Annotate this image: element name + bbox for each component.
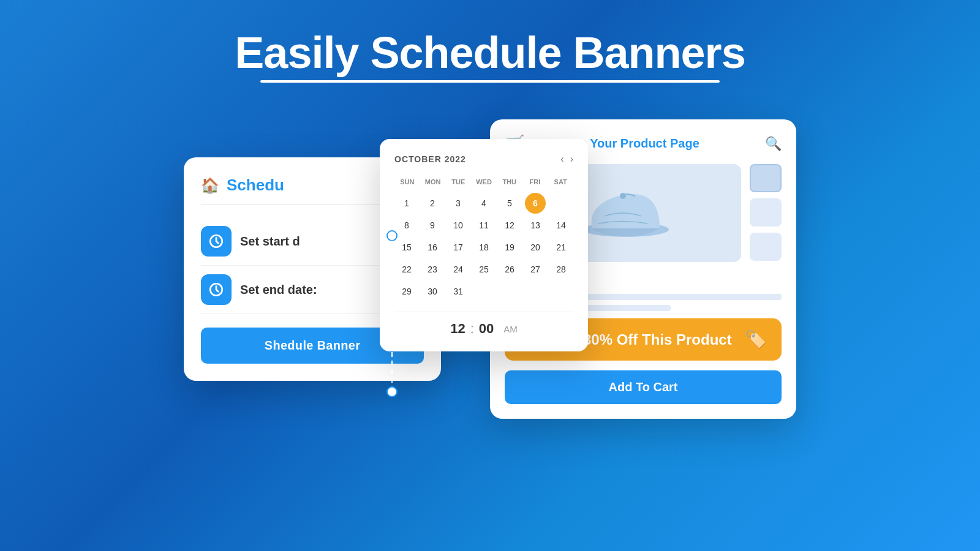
cal-day-22[interactable]: 22 — [396, 259, 417, 280]
day-wed: WED — [471, 176, 497, 188]
cal-day-29[interactable]: 29 — [396, 281, 417, 302]
calendar-header: OCTOBER 2022 ‹ › — [394, 154, 573, 165]
cal-day-17[interactable]: 17 — [448, 237, 469, 258]
cal-day-9[interactable]: 9 — [422, 215, 443, 236]
calendar-days-header: SUN MON TUE WED THU FRI SAT — [394, 176, 573, 188]
home-icon: 🏠 — [201, 177, 219, 194]
cal-day-8[interactable]: 8 — [396, 215, 417, 236]
add-to-cart-button[interactable]: Add To Cart — [505, 370, 782, 404]
next-month-button[interactable]: › — [570, 154, 573, 165]
cal-day-31[interactable]: 31 — [448, 281, 469, 302]
thumbnail-2[interactable] — [750, 198, 782, 227]
product-page-title: Your Product Page — [590, 137, 699, 151]
cal-day-10[interactable]: 10 — [448, 215, 469, 236]
scheduler-panel: 🏠 Schedu Set start d Set end date: ∨ — [184, 157, 441, 381]
main-content: 🏠 Schedu Set start d Set end date: ∨ — [0, 119, 980, 419]
end-clock-icon-box — [201, 274, 232, 305]
cal-day-12[interactable]: 12 — [499, 215, 520, 236]
cal-day-1[interactable]: 1 — [396, 193, 417, 214]
cal-day-28[interactable]: 28 — [551, 259, 571, 280]
cal-day-11[interactable]: 11 — [473, 215, 494, 236]
cal-day-2[interactable]: 2 — [422, 193, 443, 214]
cal-day-18[interactable]: 18 — [473, 237, 494, 258]
svg-point-6 — [620, 193, 626, 199]
start-clock-icon-box — [201, 226, 232, 257]
calendar-time: 12 : 00 AM — [394, 312, 573, 337]
cal-day-30[interactable]: 30 — [422, 281, 443, 302]
scheduler-title: Schedu — [227, 176, 284, 195]
calendar-popup: OCTOBER 2022 ‹ › SUN MON TUE WED THU FRI… — [380, 139, 588, 351]
cal-day-21[interactable]: 21 — [551, 237, 571, 258]
calendar-month: OCTOBER 2022 — [394, 154, 466, 164]
day-mon: MON — [420, 176, 446, 188]
prev-month-button[interactable]: ‹ — [560, 154, 564, 165]
day-sat: SAT — [548, 176, 573, 188]
day-thu: THU — [497, 176, 522, 188]
cal-day-26[interactable]: 26 — [499, 259, 520, 280]
cal-day-24[interactable]: 24 — [448, 259, 469, 280]
cal-day-3[interactable]: 3 — [448, 193, 469, 214]
cal-day-27[interactable]: 27 — [525, 259, 546, 280]
cal-day-19[interactable]: 19 — [499, 237, 520, 258]
calendar-grid: SUN MON TUE WED THU FRI SAT 1 2 3 4 5 6 — [394, 176, 573, 302]
cal-day-6[interactable]: 6 — [525, 193, 546, 214]
time-separator: : — [470, 321, 474, 337]
cal-day-16[interactable]: 16 — [422, 237, 443, 258]
cal-day-20[interactable]: 20 — [525, 237, 546, 258]
cal-day-15[interactable]: 15 — [396, 237, 417, 258]
cal-day-4[interactable]: 4 — [473, 193, 494, 214]
product-thumbnails — [750, 164, 782, 262]
cal-day-13[interactable]: 13 — [525, 215, 546, 236]
page-title: Easily Schedule Banners — [235, 28, 745, 83]
search-icon[interactable]: 🔍 — [765, 136, 782, 152]
thumbnail-3[interactable] — [750, 233, 782, 261]
time-period[interactable]: AM — [503, 324, 518, 334]
day-tue: TUE — [445, 176, 471, 188]
cal-day-25[interactable]: 25 — [473, 259, 494, 280]
time-minutes[interactable]: 00 — [479, 321, 494, 337]
thumbnail-1[interactable] — [750, 164, 782, 192]
calendar-nav[interactable]: ‹ › — [560, 154, 573, 165]
day-sun: SUN — [394, 176, 420, 188]
cal-day-14[interactable]: 14 — [551, 215, 571, 236]
cal-day-23[interactable]: 23 — [422, 259, 443, 280]
calendar-days: 1 2 3 4 5 6 8 9 10 11 12 13 14 15 — [394, 193, 573, 302]
time-hours[interactable]: 12 — [450, 321, 465, 337]
svg-point-4 — [387, 387, 397, 397]
cal-day-5[interactable]: 5 — [499, 193, 520, 214]
discount-icon-right: 🏷️ — [745, 329, 767, 350]
day-fri: FRI — [522, 176, 548, 188]
